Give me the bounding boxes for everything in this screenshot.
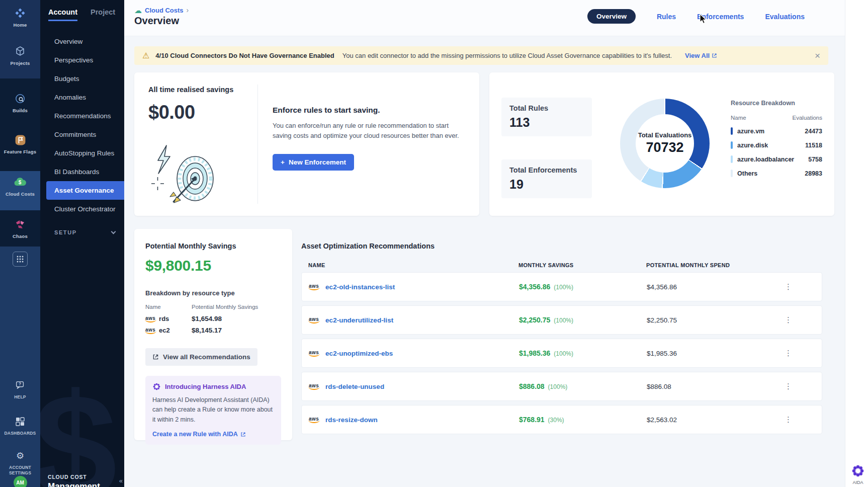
rail-item-label: ACCOUNT SETTINGS <box>5 465 36 476</box>
rail-item-builds[interactable]: Builds <box>0 92 40 113</box>
legend-chip-azure-loadbalancer <box>731 155 733 163</box>
create-rule-with-aida-label: Create a new Rule with AIDA <box>152 431 238 438</box>
aws-logo-icon: aws <box>309 383 319 390</box>
donut-center-value: 70732 <box>646 140 683 155</box>
tab-enforcements[interactable]: Enforcements <box>697 13 744 21</box>
recommendation-row[interactable]: aws ec2-unoptimized-ebs $1,985.36(100%) … <box>301 339 822 368</box>
sidebar-item-bi-dashboards[interactable]: BI Dashboards <box>40 163 124 181</box>
legend-row: azure.disk 11518 <box>731 141 822 149</box>
row-kebab-menu-icon[interactable]: ⋮ <box>777 415 822 424</box>
cloud-costs-sidebar: $ Account Project Overview Perspectives … <box>40 0 124 487</box>
module-footer: CLOUD COST Management <box>48 474 100 487</box>
summary-row: All time realised savings $0.00 <box>134 72 834 216</box>
breakdown-by-resource-title: Breakdown by resource type <box>145 289 281 297</box>
rule-link[interactable]: rds-resize-down <box>325 416 378 424</box>
sidebar-item-perspectives[interactable]: Perspectives <box>40 51 124 69</box>
row-kebab-menu-icon[interactable]: ⋮ <box>777 382 822 391</box>
legend-col-name: Name <box>731 115 746 121</box>
recommendation-row[interactable]: aws rds-delete-unused $886.08(100%) $886… <box>301 372 822 401</box>
view-all-recommendations-button[interactable]: View all Recommendations <box>145 348 257 366</box>
savings-percent: (30%) <box>548 417 564 424</box>
legend-chip-azure-disk <box>731 141 733 149</box>
donut-center: Total Evaluations 70732 <box>636 114 694 173</box>
donut-center-label: Total Evaluations <box>638 131 692 139</box>
potential-spend-value: $2,250.75 <box>647 316 777 324</box>
tab-overview[interactable]: Overview <box>587 9 636 24</box>
user-avatar[interactable]: AM <box>0 476 40 487</box>
create-rule-with-aida-link[interactable]: Create a new Rule with AIDA <box>152 431 246 438</box>
rule-link[interactable]: ec2-underutilized-list <box>325 316 393 324</box>
rail-item-account-settings[interactable]: ⚙ ACCOUNT SETTINGS <box>0 449 40 476</box>
breadcrumb-separator: › <box>187 6 189 14</box>
rail-item-label: Home <box>0 22 40 28</box>
rail-item-dashboards[interactable]: DASHBOARDS <box>0 415 40 436</box>
aws-logo-icon: aws <box>145 315 155 322</box>
rail-item-projects[interactable]: Projects <box>0 44 40 66</box>
banner-close-icon[interactable]: × <box>815 51 820 60</box>
legend-value: 28983 <box>805 170 822 177</box>
rail-item-label: Cloud Costs <box>0 191 40 197</box>
tab-evaluations[interactable]: Evaluations <box>765 13 805 21</box>
rail-item-chaos[interactable]: Chaos <box>0 217 40 239</box>
rule-link[interactable]: ec2-unoptimized-ebs <box>325 350 393 357</box>
rail-item-label: Builds <box>0 108 40 113</box>
evaluations-donut-chart: Total Evaluations 70732 <box>620 99 710 188</box>
sidebar-item-cluster-orchestrator[interactable]: Cluster Orchestrator <box>40 200 124 218</box>
rail-item-label: DASHBOARDS <box>0 431 40 436</box>
sidebar-item-recommendations[interactable]: Recommendations <box>40 107 124 125</box>
rule-link[interactable]: rds-delete-unused <box>325 383 384 390</box>
totals-tiles: Total Rules 113 Total Enforcements 19 <box>501 98 592 203</box>
sidebar-item-autostopping-rules[interactable]: AutoStopping Rules <box>40 144 124 163</box>
sidebar-item-commitments[interactable]: Commitments <box>40 125 124 144</box>
rail-item-feature-flags[interactable]: Feature Flags <box>0 133 40 154</box>
banner-title: 4/10 Cloud Connectors Do Not Have Govern… <box>155 52 334 59</box>
row-kebab-menu-icon[interactable]: ⋮ <box>777 282 822 291</box>
builds-icon <box>0 92 40 106</box>
asset-optimization-section: Asset Optimization Recommendations NAME … <box>301 229 822 434</box>
sidebar-collapse-icon[interactable]: « <box>119 477 123 484</box>
svg-text:$: $ <box>19 180 22 185</box>
total-rules-tile: Total Rules 113 <box>501 98 592 136</box>
breadcrumb-cloud-costs-link[interactable]: Cloud Costs <box>145 7 184 14</box>
sidebar-item-asset-governance[interactable]: Asset Governance <box>46 181 124 200</box>
view-all-link[interactable]: View All <box>685 52 717 59</box>
rail-item-label: Feature Flags <box>0 149 40 154</box>
legend-header: Name Evaluations <box>731 115 822 121</box>
tab-project[interactable]: Project <box>91 8 115 21</box>
monthly-savings-value: $886.08 <box>519 382 545 390</box>
col-monthly-savings: MONTHLY SAVINGS <box>518 262 646 268</box>
legend-chip-others <box>731 170 733 177</box>
projects-icon <box>0 44 40 58</box>
monthly-savings-value: $768.91 <box>519 416 545 424</box>
new-enforcement-button[interactable]: + New Enforcement <box>273 154 354 171</box>
resource-type-row: aws rds $1,654.98 <box>145 315 281 322</box>
cloud-costs-icon: $ <box>0 175 40 189</box>
realised-savings-card: All time realised savings $0.00 <box>134 72 479 216</box>
sidebar-item-anomalies[interactable]: Anomalies <box>40 88 124 107</box>
recommendation-row[interactable]: aws rds-resize-down $768.91(30%) $2,563.… <box>301 405 822 434</box>
tab-account[interactable]: Account <box>48 8 77 21</box>
rule-link[interactable]: ec2-old-instances-list <box>325 283 395 291</box>
potential-spend-value: $2,563.02 <box>647 416 777 424</box>
main-content: ☁ Cloud Costs › Overview Overview Rules … <box>124 0 868 487</box>
row-kebab-menu-icon[interactable]: ⋮ <box>777 349 822 358</box>
rail-item-help[interactable]: ? HELP <box>0 378 40 400</box>
tab-rules[interactable]: Rules <box>657 13 676 21</box>
card-divider <box>257 85 258 204</box>
recommendation-row[interactable]: aws ec2-old-instances-list $4,356.86(100… <box>301 272 822 301</box>
legend-value: 5758 <box>808 156 822 163</box>
governance-tabs: Overview Rules Enforcements Evaluations <box>587 9 805 24</box>
col-potential-monthly-spend: POTENTIAL MONTHLY SPEND <box>646 262 778 268</box>
recommendation-row[interactable]: aws ec2-underutilized-list $2,250.75(100… <box>301 305 822 335</box>
setup-section-toggle[interactable]: SETUP <box>40 229 124 235</box>
row-kebab-menu-icon[interactable]: ⋮ <box>777 315 822 324</box>
gear-icon: ⚙ <box>0 449 40 463</box>
sidebar-item-budgets[interactable]: Budgets <box>40 69 124 88</box>
aida-fab-button[interactable]: AIDA <box>851 464 864 485</box>
sidebar-item-overview[interactable]: Overview <box>40 32 124 51</box>
help-chat-icon: ? <box>0 378 40 392</box>
resource-type-table: Name Potential Monthly Savings aws rds $… <box>145 304 281 334</box>
rail-item-home[interactable]: Home <box>0 6 40 28</box>
rail-item-cloud-costs[interactable]: $ Cloud Costs <box>0 175 40 197</box>
module-switcher-button[interactable] <box>0 252 40 267</box>
